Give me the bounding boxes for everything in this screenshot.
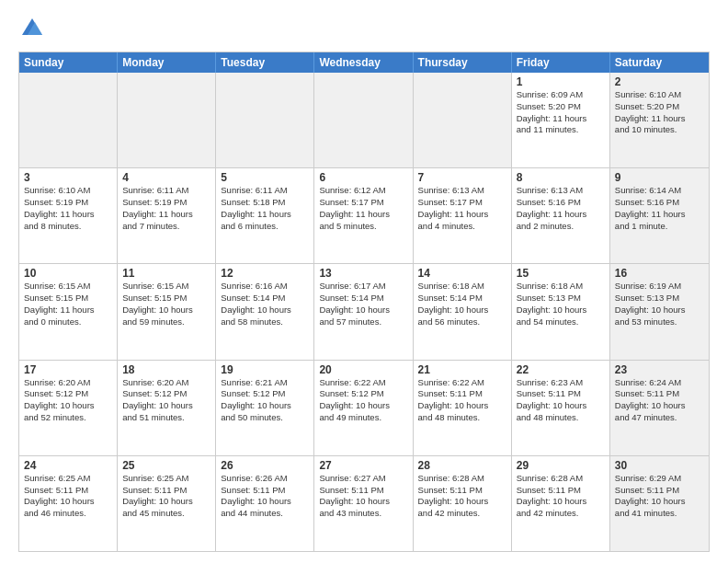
day-cell-22: 22Sunrise: 6:23 AMSunset: 5:11 PMDayligh…	[512, 361, 610, 455]
calendar: SundayMondayTuesdayWednesdayThursdayFrid…	[18, 52, 710, 552]
empty-cell-0-3	[314, 73, 413, 167]
logo	[18, 15, 50, 42]
day-cell-25: 25Sunrise: 6:25 AMSunset: 5:11 PMDayligh…	[118, 456, 216, 551]
day-cell-21: 21Sunrise: 6:22 AMSunset: 5:11 PMDayligh…	[414, 361, 512, 455]
day-number: 21	[418, 363, 506, 376]
day-info: Sunrise: 6:29 AMSunset: 5:11 PMDaylight:…	[615, 473, 704, 520]
day-cell-23: 23Sunrise: 6:24 AMSunset: 5:11 PMDayligh…	[610, 361, 709, 455]
empty-cell-0-2	[216, 73, 314, 167]
day-cell-20: 20Sunrise: 6:22 AMSunset: 5:12 PMDayligh…	[314, 361, 413, 455]
day-number: 14	[418, 267, 506, 280]
day-info: Sunrise: 6:13 AMSunset: 5:17 PMDaylight:…	[418, 185, 506, 232]
page: SundayMondayTuesdayWednesdayThursdayFrid…	[0, 0, 728, 563]
day-info: Sunrise: 6:15 AMSunset: 5:15 PMDaylight:…	[24, 281, 112, 327]
day-cell-24: 24Sunrise: 6:25 AMSunset: 5:11 PMDayligh…	[19, 456, 118, 551]
day-info: Sunrise: 6:26 AMSunset: 5:11 PMDaylight:…	[221, 473, 309, 520]
day-info: Sunrise: 6:13 AMSunset: 5:16 PMDaylight:…	[517, 185, 605, 232]
day-cell-18: 18Sunrise: 6:20 AMSunset: 5:12 PMDayligh…	[118, 361, 216, 455]
day-info: Sunrise: 6:12 AMSunset: 5:17 PMDaylight:…	[319, 185, 407, 232]
calendar-body: 1Sunrise: 6:09 AMSunset: 5:20 PMDaylight…	[19, 73, 709, 551]
day-cell-2: 2Sunrise: 6:10 AMSunset: 5:20 PMDaylight…	[610, 73, 709, 167]
day-cell-6: 6Sunrise: 6:12 AMSunset: 5:17 PMDaylight…	[314, 168, 413, 263]
header-day-wednesday: Wednesday	[314, 52, 413, 73]
day-number: 18	[122, 363, 210, 376]
day-number: 22	[517, 363, 605, 376]
day-cell-30: 30Sunrise: 6:29 AMSunset: 5:11 PMDayligh…	[610, 456, 709, 551]
header	[18, 15, 710, 42]
day-number: 12	[221, 267, 309, 280]
calendar-row-3: 17Sunrise: 6:20 AMSunset: 5:12 PMDayligh…	[19, 360, 709, 455]
day-info: Sunrise: 6:11 AMSunset: 5:18 PMDaylight:…	[221, 185, 309, 232]
header-day-thursday: Thursday	[414, 52, 512, 73]
day-number: 23	[615, 363, 704, 376]
day-number: 26	[221, 459, 309, 472]
day-cell-16: 16Sunrise: 6:19 AMSunset: 5:13 PMDayligh…	[610, 264, 709, 359]
day-cell-26: 26Sunrise: 6:26 AMSunset: 5:11 PMDayligh…	[216, 456, 314, 551]
day-info: Sunrise: 6:22 AMSunset: 5:11 PMDaylight:…	[418, 377, 506, 424]
day-cell-17: 17Sunrise: 6:20 AMSunset: 5:12 PMDayligh…	[19, 361, 118, 455]
header-day-monday: Monday	[118, 52, 216, 73]
day-cell-13: 13Sunrise: 6:17 AMSunset: 5:14 PMDayligh…	[314, 264, 413, 359]
day-info: Sunrise: 6:18 AMSunset: 5:14 PMDaylight:…	[418, 281, 506, 327]
day-cell-15: 15Sunrise: 6:18 AMSunset: 5:13 PMDayligh…	[512, 264, 610, 359]
day-number: 13	[319, 267, 407, 280]
day-cell-8: 8Sunrise: 6:13 AMSunset: 5:16 PMDaylight…	[512, 168, 610, 263]
day-info: Sunrise: 6:10 AMSunset: 5:19 PMDaylight:…	[24, 185, 112, 232]
day-number: 16	[615, 267, 704, 280]
day-number: 5	[221, 171, 309, 184]
empty-cell-0-1	[118, 73, 216, 167]
day-number: 7	[418, 171, 506, 184]
day-number: 11	[122, 267, 210, 280]
day-number: 17	[24, 363, 112, 376]
day-number: 27	[319, 459, 407, 472]
logo-icon	[18, 15, 46, 42]
day-info: Sunrise: 6:15 AMSunset: 5:15 PMDaylight:…	[122, 281, 210, 327]
day-cell-27: 27Sunrise: 6:27 AMSunset: 5:11 PMDayligh…	[314, 456, 413, 551]
day-cell-5: 5Sunrise: 6:11 AMSunset: 5:18 PMDaylight…	[216, 168, 314, 263]
day-info: Sunrise: 6:10 AMSunset: 5:20 PMDaylight:…	[615, 89, 704, 136]
day-number: 8	[517, 171, 605, 184]
empty-cell-0-0	[19, 73, 118, 167]
day-number: 3	[24, 171, 112, 184]
day-cell-29: 29Sunrise: 6:28 AMSunset: 5:11 PMDayligh…	[512, 456, 610, 551]
day-number: 25	[122, 459, 210, 472]
day-info: Sunrise: 6:11 AMSunset: 5:19 PMDaylight:…	[122, 185, 210, 232]
day-info: Sunrise: 6:22 AMSunset: 5:12 PMDaylight:…	[319, 377, 407, 424]
day-info: Sunrise: 6:20 AMSunset: 5:12 PMDaylight:…	[122, 377, 210, 424]
header-day-saturday: Saturday	[610, 52, 709, 73]
day-cell-7: 7Sunrise: 6:13 AMSunset: 5:17 PMDaylight…	[414, 168, 512, 263]
day-info: Sunrise: 6:21 AMSunset: 5:12 PMDaylight:…	[221, 377, 309, 424]
day-cell-12: 12Sunrise: 6:16 AMSunset: 5:14 PMDayligh…	[216, 264, 314, 359]
day-info: Sunrise: 6:27 AMSunset: 5:11 PMDaylight:…	[319, 473, 407, 520]
header-day-sunday: Sunday	[19, 52, 118, 73]
day-number: 30	[615, 459, 704, 472]
day-info: Sunrise: 6:18 AMSunset: 5:13 PMDaylight:…	[517, 281, 605, 327]
day-number: 24	[24, 459, 112, 472]
day-number: 6	[319, 171, 407, 184]
day-info: Sunrise: 6:28 AMSunset: 5:11 PMDaylight:…	[418, 473, 506, 520]
day-number: 28	[418, 459, 506, 472]
day-number: 1	[517, 75, 605, 88]
day-cell-10: 10Sunrise: 6:15 AMSunset: 5:15 PMDayligh…	[19, 264, 118, 359]
day-cell-1: 1Sunrise: 6:09 AMSunset: 5:20 PMDaylight…	[512, 73, 610, 167]
day-cell-3: 3Sunrise: 6:10 AMSunset: 5:19 PMDaylight…	[19, 168, 118, 263]
day-number: 9	[615, 171, 704, 184]
day-number: 29	[517, 459, 605, 472]
day-info: Sunrise: 6:09 AMSunset: 5:20 PMDaylight:…	[517, 89, 605, 136]
empty-cell-0-4	[414, 73, 512, 167]
day-number: 15	[517, 267, 605, 280]
calendar-row-4: 24Sunrise: 6:25 AMSunset: 5:11 PMDayligh…	[19, 455, 709, 551]
day-info: Sunrise: 6:14 AMSunset: 5:16 PMDaylight:…	[615, 185, 704, 232]
day-cell-9: 9Sunrise: 6:14 AMSunset: 5:16 PMDaylight…	[610, 168, 709, 263]
day-info: Sunrise: 6:17 AMSunset: 5:14 PMDaylight:…	[319, 281, 407, 327]
day-cell-19: 19Sunrise: 6:21 AMSunset: 5:12 PMDayligh…	[216, 361, 314, 455]
day-number: 2	[615, 75, 704, 88]
day-cell-11: 11Sunrise: 6:15 AMSunset: 5:15 PMDayligh…	[118, 264, 216, 359]
header-day-tuesday: Tuesday	[216, 52, 314, 73]
day-number: 4	[122, 171, 210, 184]
day-info: Sunrise: 6:24 AMSunset: 5:11 PMDaylight:…	[615, 377, 704, 424]
day-info: Sunrise: 6:25 AMSunset: 5:11 PMDaylight:…	[24, 473, 112, 520]
day-cell-28: 28Sunrise: 6:28 AMSunset: 5:11 PMDayligh…	[414, 456, 512, 551]
day-cell-4: 4Sunrise: 6:11 AMSunset: 5:19 PMDaylight…	[118, 168, 216, 263]
day-info: Sunrise: 6:23 AMSunset: 5:11 PMDaylight:…	[517, 377, 605, 424]
